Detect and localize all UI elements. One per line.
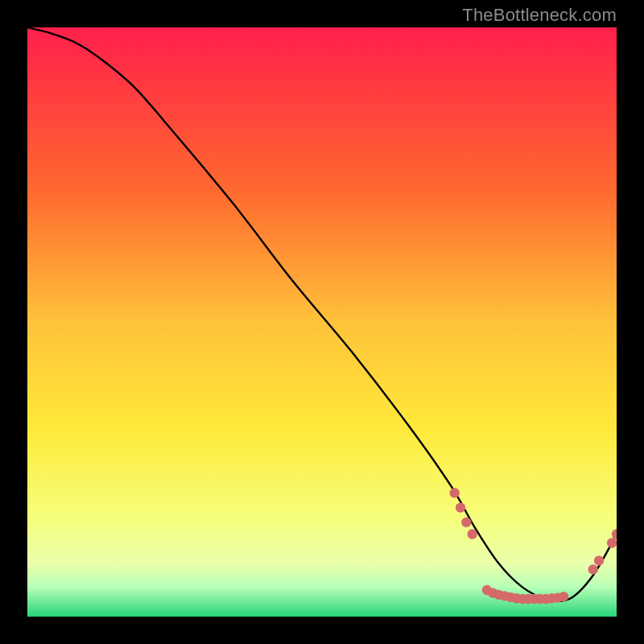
data-point [450, 488, 460, 497]
data-point [467, 529, 477, 539]
data-point [461, 518, 471, 527]
chart-stage: TheBottleneck.com [0, 0, 644, 644]
data-point [559, 592, 568, 601]
chart-svg [27, 27, 617, 617]
data-point [588, 564, 598, 574]
data-point [612, 529, 617, 539]
watermark-text: TheBottleneck.com [462, 5, 617, 26]
data-point [456, 502, 465, 512]
bottleneck-curve [27, 27, 617, 601]
plot-area [27, 27, 617, 617]
data-point [594, 555, 604, 565]
data-point [607, 538, 617, 547]
highlight-points [450, 488, 617, 604]
